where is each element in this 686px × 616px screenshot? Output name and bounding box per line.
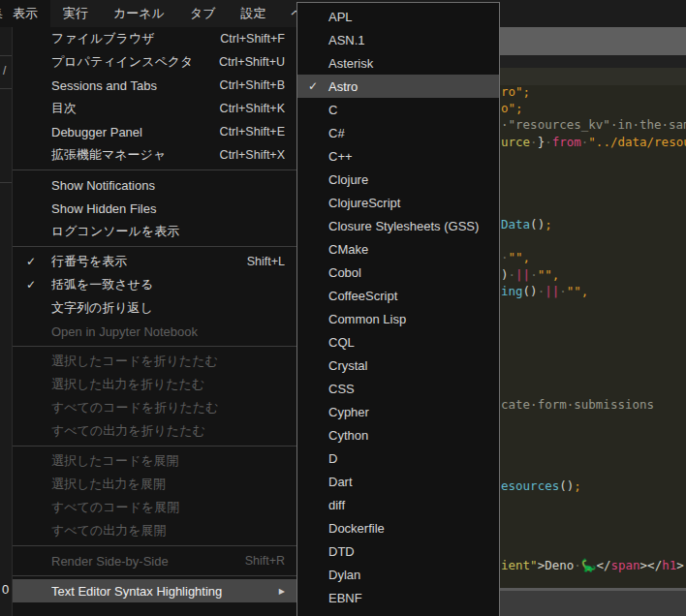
submenu-arrow-icon: ▶ — [279, 587, 285, 596]
menu-separator — [13, 575, 296, 576]
active-line-highlight — [500, 68, 686, 85]
submenu-item-apl[interactable]: APL — [297, 5, 499, 28]
submenu-item-asterisk[interactable]: Asterisk — [297, 51, 499, 75]
checkmark-icon: ✓ — [26, 250, 36, 273]
menu-item-show-log-console[interactable]: ログコンソールを表示 — [13, 220, 296, 243]
menubar-item-tabs[interactable]: タブ — [177, 0, 229, 27]
menu-item-file-browser[interactable]: ファイルブラウザCtrl+Shift+F — [13, 27, 296, 50]
menu-item-collapse-selected-outputs: 選択した出力を折りたたむ — [13, 373, 296, 396]
jupyterlab-window: 編集 表示 実行 カーネル タブ 設定 ヘルプ / 0 ro"; o"; ·"r… — [0, 0, 686, 616]
menu-separator — [13, 246, 296, 247]
code-line: esources(); — [501, 478, 581, 493]
menubar-item-kernel[interactable]: カーネル — [101, 0, 177, 27]
submenu-item-cql[interactable]: CQL — [297, 330, 499, 354]
menu-separator — [13, 169, 296, 170]
submenu-item-d[interactable]: D — [297, 447, 499, 470]
menu-item-show-line-numbers[interactable]: ✓行番号を表示Shift+L — [13, 250, 296, 273]
menu-item-debugger-panel[interactable]: Debugger PanelCtrl+Shift+E — [13, 120, 296, 143]
menu-item-sessions-and-tabs[interactable]: Sessions and TabsCtrl+Shift+B — [13, 74, 296, 97]
menu-item-table-of-contents[interactable]: 目次Ctrl+Shift+K — [13, 97, 296, 120]
menu-item-expand-selected-code: 選択したコードを展開 — [13, 449, 296, 473]
submenu-item-c[interactable]: C — [297, 98, 499, 121]
menu-item-render-side-by-side: Render Side-by-SideShift+R — [13, 549, 296, 572]
code-line: Data(); — [501, 217, 552, 231]
menu-separator — [13, 446, 296, 447]
notebook-toolbar-strip — [500, 27, 686, 55]
menu-item-expand-all-code: すべてのコードを展開 — [13, 496, 296, 519]
menu-item-open-in-jupyter-notebook: Open in Jupyter Notebook — [13, 320, 296, 343]
menu-item-wrap-words[interactable]: 文字列の折り返し — [13, 296, 296, 320]
submenu-item-coffeescript[interactable]: CoffeeScript — [297, 284, 499, 307]
submenu-item-css[interactable]: CSS — [297, 377, 499, 400]
divider — [0, 182, 12, 183]
menu-item-match-brackets[interactable]: ✓括弧を一致させる — [13, 273, 296, 296]
divider — [0, 88, 12, 89]
submenu-item-csharp[interactable]: C# — [297, 121, 499, 144]
submenu-item-crystal[interactable]: Crystal — [297, 354, 499, 377]
code-line: ·"", — [501, 250, 530, 264]
submenu-item-astro[interactable]: ✓Astro — [297, 75, 499, 98]
menubar-item-view[interactable]: 表示 — [0, 0, 50, 27]
divider — [0, 55, 12, 56]
background-left-strip: / 0 — [0, 27, 12, 616]
submenu-item-diff[interactable]: diff — [297, 493, 499, 516]
menu-separator — [13, 346, 296, 347]
checkmark-icon: ✓ — [26, 273, 36, 296]
code-line: cate·form·submissions — [501, 397, 654, 412]
menu-item-property-inspector[interactable]: プロパティインスペクタCtrl+Shift+U — [13, 50, 296, 74]
code-line: urce·}·from·"../data/resources"; — [501, 135, 686, 149]
code-line: ing()·||·"", — [501, 284, 588, 298]
checkmark-icon: ✓ — [308, 75, 318, 98]
menu-item-collapse-all-outputs: すべての出力を折りたたむ — [13, 419, 296, 443]
menubar-item-run[interactable]: 実行 — [50, 0, 101, 27]
submenu-item-clojurescript[interactable]: ClojureScript — [297, 191, 499, 214]
submenu-item-asn1[interactable]: ASN.1 — [297, 28, 499, 51]
submenu-item-ebnf[interactable]: EBNF — [297, 586, 499, 609]
menu-item-show-hidden-files[interactable]: Show Hidden Files — [13, 197, 296, 220]
submenu-item-common-lisp[interactable]: Common Lisp — [297, 307, 499, 330]
menubar-item-clipped[interactable]: 編集 — [0, 0, 3, 27]
submenu-item-cpp[interactable]: C++ — [297, 144, 499, 168]
menu-item-collapse-selected-code: 選択したコードを折りたたむ — [13, 350, 296, 373]
syntax-highlighting-submenu: APL ASN.1 Asterisk ✓Astro C C# C++ Cloju… — [296, 2, 500, 616]
submenu-item-cypher[interactable]: Cypher — [297, 400, 499, 423]
submenu-item-cobol[interactable]: Cobol — [297, 261, 499, 284]
menu-item-extension-manager[interactable]: 拡張機能マネージャCtrl+Shift+X — [13, 143, 296, 167]
status-count: 0 — [2, 582, 9, 597]
view-menu-dropdown: ファイルブラウザCtrl+Shift+F プロパティインスペクタCtrl+Shi… — [12, 27, 296, 616]
submenu-item-cmake[interactable]: CMake — [297, 237, 499, 261]
code-line: ro"; — [501, 84, 530, 99]
submenu-item-closure-stylesheets[interactable]: Closure Stylesheets (GSS) — [297, 214, 499, 237]
breadcrumb-slash: / — [3, 64, 6, 77]
menu-item-expand-all-outputs: すべての出力を展開 — [13, 519, 296, 542]
code-line: )·||·"", — [501, 267, 559, 282]
submenu-item-cython[interactable]: Cython — [297, 423, 499, 447]
code-line: ient">Deno·🦕</span></h1> — [501, 558, 684, 572]
cell-below-area — [500, 591, 686, 616]
submenu-item-dart[interactable]: Dart — [297, 470, 499, 493]
menu-item-show-notifications[interactable]: Show Notifications — [13, 173, 296, 197]
menu-item-expand-selected-outputs: 選択した出力を展開 — [13, 473, 296, 496]
submenu-item-dylan[interactable]: Dylan — [297, 563, 499, 586]
submenu-item-dockerfile[interactable]: Dockerfile — [297, 516, 499, 539]
submenu-item-dtd[interactable]: DTD — [297, 539, 499, 563]
submenu-item-clojure[interactable]: Clojure — [297, 168, 499, 191]
code-line: ·"resources_kv"·in·the·same·dire — [501, 117, 686, 132]
dinosaur-emoji: 🦕 — [581, 558, 597, 572]
menu-item-collapse-all-code: すべてのコードを折りたたむ — [13, 396, 296, 419]
code-area[interactable]: ro"; o"; ·"resources_kv"·in·the·same·dir… — [500, 68, 686, 588]
menubar-item-settings[interactable]: 設定 — [229, 0, 279, 27]
code-line: o"; — [501, 101, 523, 115]
menu-item-text-editor-syntax-highlighting[interactable]: Text Editor Syntax Highlighting▶ — [13, 579, 296, 602]
menu-separator — [13, 545, 296, 546]
code-editor-pane[interactable]: ro"; o"; ·"resources_kv"·in·the·same·dir… — [500, 27, 686, 616]
